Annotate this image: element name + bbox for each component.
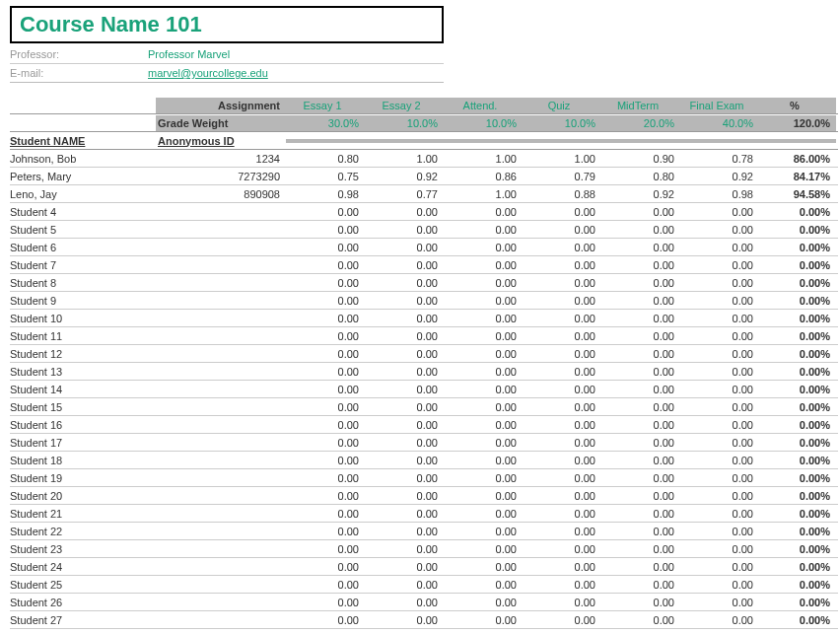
score-cell: 0.00 bbox=[444, 541, 523, 557]
score-cell: 0.00 bbox=[365, 506, 444, 522]
student-name: Student 17 bbox=[10, 435, 156, 451]
score-cell: 0.00 bbox=[523, 595, 601, 610]
score-cell: 0.00 bbox=[680, 399, 759, 415]
score-cell: 1.00 bbox=[365, 151, 444, 167]
score-cell: 0.00 bbox=[286, 595, 365, 610]
anonymous-id bbox=[156, 387, 286, 391]
score-cell: 0.00 bbox=[601, 328, 680, 344]
percent-cell: 0.00% bbox=[759, 311, 836, 326]
course-title: Course Name 101 bbox=[20, 12, 434, 37]
score-cell: 1.00 bbox=[444, 151, 523, 167]
professor-value: Professor Marvel bbox=[148, 48, 230, 60]
table-row: Student 160.000.000.000.000.000.000.00% bbox=[10, 416, 838, 434]
score-cell: 0.92 bbox=[601, 186, 680, 202]
score-cell: 0.00 bbox=[286, 346, 365, 362]
score-cell: 0.00 bbox=[680, 559, 759, 575]
anonymous-id bbox=[156, 600, 286, 604]
assignment-col-3: Quiz bbox=[523, 98, 601, 113]
table-row: Student 140.000.000.000.000.000.000.00% bbox=[10, 381, 838, 398]
score-cell: 0.00 bbox=[523, 524, 601, 539]
grade-weight-label: Grade Weight bbox=[156, 115, 286, 131]
score-cell: 0.00 bbox=[680, 417, 759, 433]
student-name: Student 10 bbox=[10, 311, 156, 326]
score-cell: 0.00 bbox=[444, 382, 523, 397]
score-cell: 0.00 bbox=[365, 240, 444, 255]
score-cell: 0.00 bbox=[680, 257, 759, 273]
anonymous-id bbox=[156, 494, 286, 498]
table-row: Student 40.000.000.000.000.000.000.00% bbox=[10, 203, 838, 221]
score-cell: 0.00 bbox=[444, 364, 523, 380]
score-cell: 0.00 bbox=[601, 399, 680, 415]
percent-cell: 94.58% bbox=[759, 186, 836, 202]
score-cell: 0.00 bbox=[444, 293, 523, 309]
student-name: Student 13 bbox=[10, 364, 156, 380]
table-row: Student 150.000.000.000.000.000.000.00% bbox=[10, 398, 838, 416]
score-cell: 0.00 bbox=[523, 204, 601, 220]
percent-cell: 0.00% bbox=[759, 204, 836, 220]
score-cell: 0.00 bbox=[680, 435, 759, 451]
score-cell: 0.00 bbox=[365, 435, 444, 451]
score-cell: 0.00 bbox=[680, 382, 759, 397]
blank-cell bbox=[286, 139, 365, 143]
table-row: Student 200.000.000.000.000.000.000.00% bbox=[10, 487, 838, 505]
blank-cell bbox=[759, 139, 836, 143]
percent-cell: 0.00% bbox=[759, 364, 836, 380]
score-cell: 0.00 bbox=[286, 275, 365, 291]
percent-cell: 0.00% bbox=[759, 612, 836, 628]
score-cell: 0.00 bbox=[286, 382, 365, 397]
anonymous-id bbox=[156, 583, 286, 587]
table-row: Student 120.000.000.000.000.000.000.00% bbox=[10, 345, 838, 363]
table-row: Leno, Jay8909080.980.771.000.880.920.989… bbox=[10, 185, 838, 203]
score-cell: 0.88 bbox=[523, 186, 601, 202]
score-cell: 0.00 bbox=[680, 346, 759, 362]
anonymous-id bbox=[156, 317, 286, 320]
table-row: Student 50.000.000.000.000.000.000.00% bbox=[10, 221, 838, 239]
percent-header: % bbox=[759, 98, 836, 113]
table-row: Student 260.000.000.000.000.000.000.00% bbox=[10, 594, 838, 611]
score-cell: 0.00 bbox=[286, 399, 365, 415]
score-cell: 0.00 bbox=[286, 328, 365, 344]
score-cell: 0.00 bbox=[286, 417, 365, 433]
score-cell: 0.00 bbox=[286, 612, 365, 628]
anonymous-id bbox=[156, 476, 286, 480]
score-cell: 0.00 bbox=[523, 328, 601, 344]
percent-cell: 0.00% bbox=[759, 382, 836, 397]
table-row: Student 190.000.000.000.000.000.000.00% bbox=[10, 469, 838, 487]
anonymous-id bbox=[156, 512, 286, 516]
score-cell: 0.00 bbox=[444, 257, 523, 273]
anonymous-id bbox=[156, 352, 286, 356]
table-row: Student 240.000.000.000.000.000.000.00% bbox=[10, 558, 838, 576]
score-cell: 0.00 bbox=[365, 311, 444, 326]
score-cell: 0.00 bbox=[365, 612, 444, 628]
student-header-row: Student NAME Anonymous ID bbox=[10, 132, 838, 150]
table-row: Student 170.000.000.000.000.000.000.00% bbox=[10, 434, 838, 452]
student-name: Student 14 bbox=[10, 382, 156, 397]
weight-4: 20.0% bbox=[601, 115, 680, 131]
info-block: Professor: Professor Marvel E-mail: marv… bbox=[10, 45, 444, 83]
student-name: Student 24 bbox=[10, 559, 156, 575]
score-cell: 0.00 bbox=[286, 222, 365, 238]
score-cell: 0.00 bbox=[365, 204, 444, 220]
score-cell: 0.00 bbox=[680, 488, 759, 504]
student-name: Student 22 bbox=[10, 524, 156, 539]
score-cell: 0.00 bbox=[680, 204, 759, 220]
anonymous-id bbox=[156, 565, 286, 569]
score-cell: 0.92 bbox=[365, 169, 444, 184]
email-value[interactable]: marvel@yourcollege.edu bbox=[148, 67, 268, 79]
score-cell: 0.00 bbox=[601, 612, 680, 628]
table-row: Student 130.000.000.000.000.000.000.00% bbox=[10, 363, 838, 381]
score-cell: 0.00 bbox=[680, 506, 759, 522]
table-row: Student 220.000.000.000.000.000.000.00% bbox=[10, 523, 838, 540]
score-cell: 0.00 bbox=[601, 222, 680, 238]
score-cell: 0.79 bbox=[523, 169, 601, 184]
student-name-header: Student NAME bbox=[10, 133, 156, 149]
score-cell: 0.00 bbox=[444, 559, 523, 575]
score-cell: 0.00 bbox=[601, 435, 680, 451]
score-cell: 0.00 bbox=[444, 488, 523, 504]
anonymous-id bbox=[156, 246, 286, 249]
score-cell: 0.75 bbox=[286, 169, 365, 184]
score-cell: 0.00 bbox=[444, 453, 523, 468]
score-cell: 0.00 bbox=[444, 346, 523, 362]
student-name: Student 25 bbox=[10, 577, 156, 593]
table-row: Student 60.000.000.000.000.000.000.00% bbox=[10, 239, 838, 256]
